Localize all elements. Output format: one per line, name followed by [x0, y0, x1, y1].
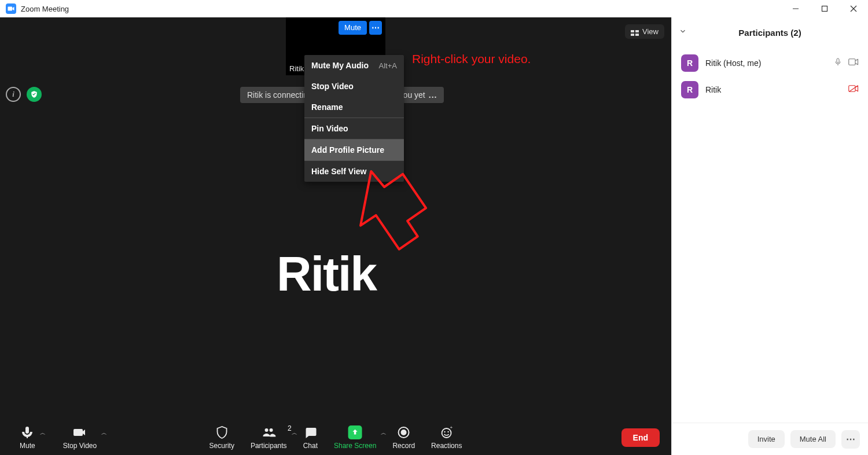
view-button[interactable]: View: [625, 24, 664, 39]
people-icon: [262, 425, 275, 439]
record-icon: [397, 425, 411, 439]
avatar: R: [681, 81, 698, 98]
participants-title: Participants (2): [738, 28, 801, 38]
encryption-shield-icon[interactable]: [27, 87, 42, 102]
participants-label: Participants: [251, 442, 287, 450]
svg-rect-1: [822, 6, 827, 12]
reactions-label: Reactions: [431, 442, 462, 450]
chat-icon: [303, 425, 317, 439]
main-participant-name: Ritik: [277, 246, 376, 302]
ctx-mute-audio-label: Mute My Audio: [311, 61, 369, 70]
reactions-button[interactable]: + Reactions: [423, 425, 470, 450]
self-video-more-button[interactable]: ⋯: [369, 21, 382, 35]
participants-more-button[interactable]: ⋯: [841, 430, 860, 449]
svg-rect-16: [849, 86, 855, 92]
participant-status-icons: [848, 85, 859, 95]
zoom-app-icon: [6, 3, 16, 14]
caret-up-icon[interactable]: ︿: [40, 429, 46, 437]
end-meeting-button[interactable]: End: [621, 428, 660, 447]
avatar: R: [681, 54, 698, 72]
camera-icon: [848, 58, 859, 68]
participants-header: Participants (2): [672, 17, 868, 47]
participants-footer: Invite Mute All ⋯: [672, 423, 868, 455]
meeting-info-icon[interactable]: i: [6, 87, 21, 102]
collapse-chevron-icon[interactable]: [679, 27, 687, 38]
participants-panel: Participants (2) R Ritik (Host, me) R Ri…: [671, 17, 868, 455]
svg-rect-7: [635, 34, 639, 36]
participant-row[interactable]: R Ritik (Host, me): [672, 50, 868, 76]
svg-point-10: [401, 430, 407, 435]
self-video-name-label: Ritik: [289, 64, 304, 73]
svg-point-13: [448, 431, 449, 432]
camera-icon: [73, 425, 87, 439]
svg-marker-8: [359, 171, 429, 251]
ctx-rename[interactable]: Rename: [304, 97, 404, 118]
close-button[interactable]: [845, 0, 862, 17]
chat-label: Chat: [303, 442, 318, 450]
ctx-mute-audio-shortcut: Alt+A: [379, 61, 397, 70]
camera-off-icon: [848, 85, 859, 95]
maximize-button[interactable]: [816, 0, 833, 17]
shield-icon: [215, 425, 229, 439]
share-screen-button[interactable]: Share Screen ︿: [326, 425, 384, 450]
toast-more-icon[interactable]: ...: [429, 90, 437, 100]
svg-text:+: +: [450, 425, 453, 430]
window-controls: [787, 0, 862, 17]
record-label: Record: [392, 442, 415, 450]
share-up-icon: [348, 425, 362, 439]
svg-rect-5: [635, 30, 639, 32]
mute-pill-button[interactable]: Mute: [339, 21, 367, 35]
bottom-toolbar: Mute ︿ Stop Video ︿ Security 2 Partici: [0, 420, 671, 455]
reactions-icon: +: [440, 425, 454, 439]
svg-point-12: [444, 431, 446, 432]
participant-name: Ritik (Host, me): [705, 58, 826, 68]
stop-video-button[interactable]: Stop Video ︿: [55, 425, 105, 450]
record-button[interactable]: Record: [384, 425, 423, 450]
mic-icon: [833, 57, 843, 69]
titlebar-left: Zoom Meeting: [6, 3, 69, 14]
security-label: Security: [209, 442, 234, 450]
toolbar-left: Mute ︿ Stop Video ︿: [12, 425, 105, 450]
svg-rect-4: [631, 30, 634, 32]
participants-list: R Ritik (Host, me) R Ritik: [672, 47, 868, 423]
content-area: Mute ⋯ Ritik View i Ritik is connecting …: [0, 17, 868, 455]
toolbar-center: Security 2 Participants ︿ Chat Share Scr…: [201, 425, 470, 450]
share-screen-label: Share Screen: [334, 442, 376, 450]
context-menu: Mute My Audio Alt+A Stop Video Rename Pi…: [304, 55, 404, 182]
invite-button[interactable]: Invite: [748, 430, 785, 448]
participants-badge: 2: [288, 424, 292, 432]
window-title: Zoom Meeting: [21, 5, 69, 13]
ctx-add-profile-picture[interactable]: Add Profile Picture: [304, 140, 404, 160]
microphone-icon: [20, 425, 34, 439]
ctx-mute-audio[interactable]: Mute My Audio Alt+A: [304, 55, 404, 76]
svg-rect-15: [849, 59, 855, 65]
caret-up-icon[interactable]: ︿: [101, 429, 107, 437]
svg-rect-6: [631, 34, 634, 36]
mute-button[interactable]: Mute ︿: [12, 425, 43, 450]
meeting-info-icons: i: [6, 87, 42, 102]
participant-name: Ritik: [705, 85, 841, 94]
ctx-pin-video[interactable]: Pin Video: [304, 118, 404, 139]
participant-status-icons: [833, 57, 859, 69]
annotation-text: Right-click your video.: [412, 52, 531, 66]
video-area: Mute ⋯ Ritik View i Ritik is connecting …: [0, 17, 671, 455]
chat-button[interactable]: Chat: [295, 425, 326, 450]
view-button-label: View: [642, 27, 659, 36]
security-button[interactable]: Security: [201, 425, 242, 450]
ctx-stop-video[interactable]: Stop Video: [304, 76, 404, 97]
participant-row[interactable]: R Ritik: [672, 76, 868, 103]
stop-video-label: Stop Video: [63, 442, 97, 450]
grid-icon: [631, 29, 639, 35]
mute-label: Mute: [20, 442, 35, 450]
mute-all-button[interactable]: Mute All: [790, 430, 836, 448]
self-video-controls: Mute ⋯: [339, 21, 382, 35]
window-titlebar: Zoom Meeting: [0, 0, 868, 17]
participants-button[interactable]: 2 Participants ︿: [242, 425, 295, 450]
minimize-button[interactable]: [787, 0, 804, 17]
